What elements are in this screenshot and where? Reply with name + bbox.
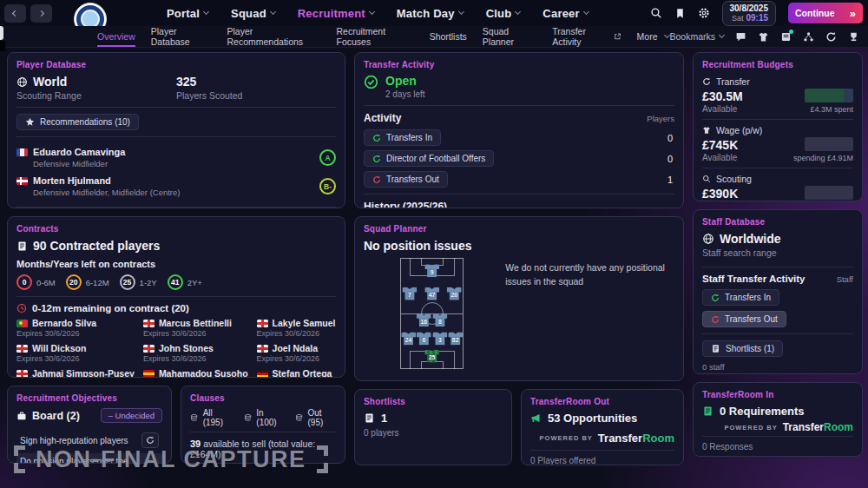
contracted-players-header[interactable]: 90 Contracted players xyxy=(16,239,336,253)
contract-player[interactable]: Stefan OrtegaExpires 30/6/2026 xyxy=(257,368,336,378)
tab-shortlists[interactable]: Shortlists xyxy=(430,26,467,47)
squad-shirt-icon[interactable] xyxy=(758,31,769,43)
recommended-player-row[interactable]: Eduardo Camavinga Defensive Midfielder A xyxy=(16,143,336,172)
tab-more[interactable]: More xyxy=(637,26,670,47)
bucket-0-6m-label: 0-6M xyxy=(36,278,56,287)
contract-player[interactable]: John StonesExpires 30/6/2026 xyxy=(143,343,248,363)
staff-range-value: Worldwide xyxy=(720,232,781,246)
staff-transfers-in-label: Transfers In xyxy=(725,293,771,302)
board-objectives-header[interactable]: Board (2) xyxy=(16,410,80,422)
requirements-line[interactable]: 0 Requirements xyxy=(702,405,853,418)
bookmark-icon[interactable] xyxy=(674,8,686,19)
contract-player[interactable]: Mahamadou SusohoExpires 30/6/2026 xyxy=(143,368,248,378)
formation-shirt[interactable]: 3 xyxy=(432,332,447,345)
brand-room: Room xyxy=(642,432,674,445)
dof-offers-button[interactable]: Director of Football Offers xyxy=(364,150,494,167)
formation-pitch: 9 7 47 20 16 8 24 6 3 82 25 xyxy=(400,258,464,369)
tactics-icon[interactable] xyxy=(803,31,814,43)
bookmarks-dropdown[interactable]: Bookmarks xyxy=(669,31,724,42)
contract-player[interactable]: Lakyle SamuelExpires 30/6/2026 xyxy=(257,318,336,338)
continue-button[interactable]: Continue » xyxy=(788,3,863,23)
contract-player[interactable]: Marcus BettinelliExpires 30/6/2026 xyxy=(143,318,248,338)
nav-club[interactable]: Club xyxy=(486,7,521,20)
tab-squad-planner[interactable]: Squad Planner xyxy=(483,26,536,47)
bookmarks-bar: Bookmarks xyxy=(669,31,868,43)
budget-label: Transfer xyxy=(716,76,750,87)
inbox-icon[interactable] xyxy=(780,31,792,43)
player-position: Defensive Midfielder, Midfielder (Centre… xyxy=(33,188,180,197)
formation-shirt[interactable]: 6 xyxy=(417,332,431,345)
budget-spent: spending £4.91M xyxy=(793,154,853,162)
transfer-budget-row[interactable]: Transfer £30.5M Available £4.3M spent xyxy=(702,75,853,115)
messages-icon[interactable] xyxy=(735,31,746,43)
shortlist-icon xyxy=(711,344,720,353)
nav-recruitment[interactable]: Recruitment xyxy=(298,7,374,20)
shortlists-count-line[interactable]: 1 xyxy=(364,412,503,425)
transfer-activity-panel: Transfer Activity Open 2 days left Activ… xyxy=(354,52,684,208)
contracts-panel: Contracts 90 Contracted players Months/Y… xyxy=(7,216,345,378)
bucket-2y-count[interactable]: 41 xyxy=(168,274,183,290)
contract-expiry: Expires 30/6/2026 xyxy=(143,329,248,338)
tab-overview[interactable]: Overview xyxy=(97,26,135,47)
formation-shirt[interactable]: 20 xyxy=(447,287,462,300)
scouting-budget-row[interactable]: Scouting £390K Available £63 spent xyxy=(702,172,853,201)
tab-player-recommendations[interactable]: Player Recommendations xyxy=(227,26,321,47)
recommendations-button[interactable]: Recommendations (10) xyxy=(16,114,139,130)
transfers-out-button[interactable]: Transfers Out xyxy=(364,171,448,188)
competitions-trophy-icon[interactable] xyxy=(848,31,859,43)
staff-search-range[interactable]: Worldwide xyxy=(702,232,853,246)
tab-player-database[interactable]: Player Database xyxy=(151,26,212,47)
formation-shirt[interactable]: 7 xyxy=(402,287,417,300)
powered-by-label: POWERED BY xyxy=(540,434,593,442)
staff-transfers-out-button[interactable]: Transfers Out xyxy=(702,311,786,327)
formation-shirt[interactable]: 47 xyxy=(424,287,439,300)
nav-match-day[interactable]: Match Day xyxy=(397,7,464,20)
staff-shortlists-button[interactable]: Shortlists (1) xyxy=(702,340,783,357)
shortlist-icon xyxy=(364,412,375,424)
tab-label: Player Recommendations xyxy=(227,26,321,47)
contract-player[interactable]: Bernardo SilvaExpires 30/6/2026 xyxy=(16,318,135,338)
panel-title: TransferRoom In xyxy=(702,390,853,399)
transfers-icon[interactable] xyxy=(825,31,837,43)
clauses-filter-in[interactable]: In (100) xyxy=(244,408,283,427)
scouting-range-stat[interactable]: World Scouting Range xyxy=(16,75,176,101)
recommended-player-row[interactable]: Morten Hjulmand Defensive Midfielder, Mi… xyxy=(16,172,336,201)
back-button[interactable] xyxy=(4,4,26,23)
gear-icon[interactable] xyxy=(698,7,710,19)
transfers-in-button[interactable]: Transfers In xyxy=(364,129,441,146)
opportunities-line[interactable]: 53 Opportunities xyxy=(530,412,674,425)
current-date: 30/8/2025 xyxy=(730,3,769,14)
tab-transfer-activity[interactable]: Transfer Activity xyxy=(552,26,621,47)
formation-shirt[interactable]: 24 xyxy=(401,332,416,345)
brand-transfer: Transfer xyxy=(783,421,824,433)
contract-player[interactable]: Jahmai Simpson-PuseyExpires 30/6/2026 xyxy=(16,368,135,378)
flag-england-icon xyxy=(16,345,28,353)
formation-shirt[interactable]: 82 xyxy=(448,332,463,345)
forward-button[interactable] xyxy=(30,4,52,23)
contract-expiry: Expires 30/6/2026 xyxy=(143,354,248,363)
search-icon[interactable] xyxy=(650,7,662,19)
clauses-filter-out[interactable]: Out (95) xyxy=(295,408,336,427)
date-time-button[interactable]: 30/8/2025 Sat09:15 xyxy=(722,1,777,26)
nav-career[interactable]: Career xyxy=(542,7,588,20)
nav-squad[interactable]: Squad xyxy=(231,7,275,20)
players-scouted-value: 325 xyxy=(176,75,196,89)
nav-portal[interactable]: Portal xyxy=(167,7,208,20)
contract-player[interactable]: Will DicksonExpires 30/6/2026 xyxy=(16,343,135,363)
players-scouted-stat[interactable]: 325 Players Scouted xyxy=(176,75,336,101)
transfer-in-icon xyxy=(372,155,381,163)
staff-transfers-in-button[interactable]: Transfers In xyxy=(702,289,779,306)
clauses-filter-all[interactable]: All (195) xyxy=(190,408,232,427)
tab-label: Shortlists xyxy=(430,31,467,42)
tab-recruitment-focuses[interactable]: Recruitment Focuses xyxy=(337,26,414,47)
bucket-6-12m-count[interactable]: 20 xyxy=(66,274,82,290)
budget-value: £30.5M xyxy=(702,89,750,103)
players-offered-count: 0 Players offered xyxy=(530,450,674,465)
player-name: Jahmai Simpson-Pusey xyxy=(32,368,135,378)
contract-player[interactable]: Joel NdalaExpires 30/6/2026 xyxy=(257,343,336,363)
bucket-1-2y-count[interactable]: 25 xyxy=(120,274,135,290)
nav-squad-label: Squad xyxy=(231,7,266,20)
dof-offers-count: 0 xyxy=(667,154,674,164)
wage-budget-row[interactable]: Wage (p/w) £745K Available spending £4.9… xyxy=(702,123,853,164)
bucket-0-6m-count[interactable]: 0 xyxy=(16,274,32,290)
